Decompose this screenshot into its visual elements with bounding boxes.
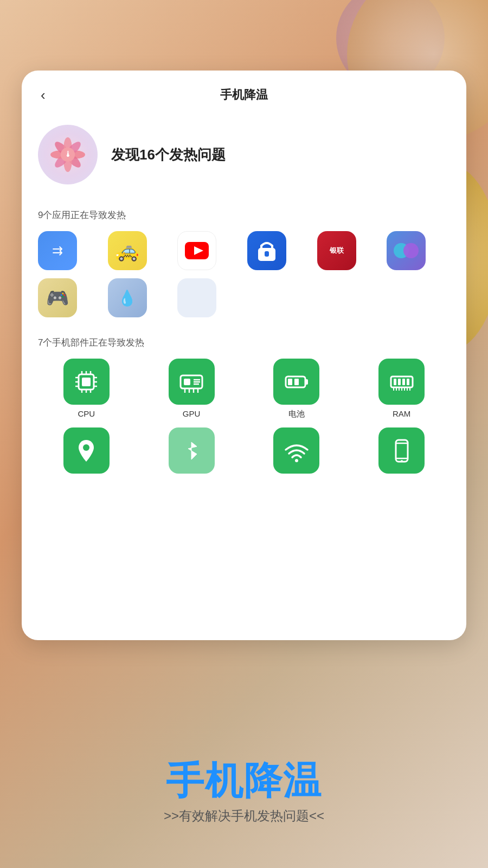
app-icon-youtube[interactable] [177,231,216,270]
svg-rect-47 [398,379,401,385]
hw-wifi[interactable] [248,427,345,474]
main-card: ‹ 手机降温 [22,71,466,640]
fan-section: 🌡 发现16个发热问题 [38,119,450,190]
location-icon [73,438,99,464]
svg-text:⇉: ⇉ [52,243,63,258]
app-icon-game[interactable]: 🎮 [38,278,77,317]
svg-point-62 [401,460,403,462]
hw-location[interactable] [38,427,135,474]
app-icons-row1: ⇉ 🚕 银联 [38,231,450,270]
svg-rect-42 [305,379,308,385]
fan-icon: 🌡 [38,125,98,184]
hw-bluetooth[interactable] [143,427,240,474]
battery-icon [284,369,310,395]
svg-rect-19 [82,378,91,386]
wifi-icon-box [273,427,319,474]
bluetooth-icon-box [169,427,215,474]
hw-icons-row1: CPU GPU [38,359,450,419]
bottom-section: 手机降温 >>有效解决手机发热问题<< [0,760,488,825]
ram-icon [389,369,415,395]
svg-rect-43 [288,379,292,385]
app-icon-lock[interactable] [247,231,286,270]
battery-label: 电池 [288,409,305,419]
gpu-icon [178,369,204,395]
cpu-icon-box [63,359,110,405]
app-icon-empty [247,278,311,317]
bottom-subtitle: >>有效解决手机发热问题<< [0,807,488,825]
battery-icon-box [273,359,319,405]
ram-icon-box [378,359,425,405]
app-icon-empty2 [317,278,381,317]
hw-cpu[interactable]: CPU [38,359,135,419]
svg-text:🌡: 🌡 [64,149,72,158]
hw-screen[interactable] [353,427,450,474]
svg-point-58 [295,459,298,462]
svg-rect-44 [294,379,299,385]
dual-icon [393,241,420,260]
svg-point-17 [403,243,419,258]
fan-svg: 🌡 [42,129,93,180]
bluetooth-icon [178,438,204,464]
app-icon-unionpay[interactable]: 银联 [317,231,356,270]
screen-icon [389,438,415,464]
lock-icon [257,239,277,262]
svg-rect-33 [184,379,190,385]
wifi-icon [284,438,310,464]
screen-icon-box [378,427,425,474]
location-icon-box [63,427,110,474]
cpu-label: CPU [78,409,95,418]
app-icon-empty3 [387,278,450,317]
gpu-icon-box [169,359,215,405]
youtube-icon [185,242,209,259]
app-icon-taxi[interactable]: 🚕 [108,231,147,270]
app-icon-placeholder-1 [177,278,216,317]
app-icon-transfer[interactable]: ⇉ [38,231,77,270]
cpu-icon [73,369,99,395]
app-icons-row2: 🎮 💧 [38,278,450,317]
app-icon-dual[interactable] [387,231,426,270]
card-title: 手机降温 [220,87,268,103]
hw-icons-row2 [38,427,450,474]
svg-rect-49 [407,379,409,385]
svg-rect-46 [394,379,396,385]
back-button[interactable]: ‹ [38,85,48,105]
svg-point-57 [83,444,89,451]
app-icon-blue[interactable]: 💧 [108,278,147,317]
svg-rect-15 [265,251,269,257]
ram-label: RAM [393,409,410,418]
bottom-title: 手机降温 [0,760,488,802]
hw-ram[interactable]: RAM [353,359,450,419]
transfer-icon: ⇉ [47,240,68,261]
hw-battery[interactable]: 电池 [248,359,345,419]
apps-section-label: 9个应用正在导致发热 [38,209,450,221]
svg-rect-48 [402,379,405,385]
hw-section-label: 7个手机部件正在导致发热 [38,336,450,349]
card-header: ‹ 手机降温 [38,87,450,103]
hw-gpu[interactable]: GPU [143,359,240,419]
gpu-label: GPU [183,409,201,418]
fan-issue-text: 发现16个发热问题 [111,145,226,164]
